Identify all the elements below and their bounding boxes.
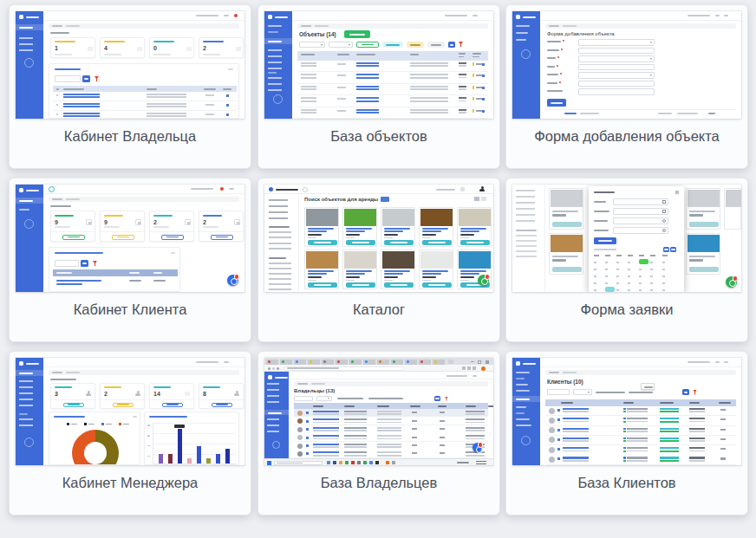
gallery-card-owner-dashboard[interactable]: 1 4 0 2: [9, 4, 251, 169]
tab-favicon: [310, 360, 312, 363]
col-bar: [223, 88, 231, 90]
avatar-icon: [549, 408, 555, 414]
menu-icon: [460, 187, 465, 191]
nav-bar: [516, 32, 528, 34]
listing-link-bar: [384, 273, 403, 275]
col-bar: [356, 54, 375, 55]
view-toggle-button: [434, 396, 440, 401]
col-bar: [56, 88, 59, 90]
photo-placeholder: [726, 190, 741, 207]
logo-icon: [267, 374, 287, 380]
extension-icon: [462, 366, 466, 370]
filter-text-bar: [629, 392, 653, 393]
dimmed-listing-card: [686, 188, 720, 230]
listing-card: [342, 250, 377, 289]
stat-action-button: [112, 235, 134, 240]
taskbar-app-icon: [357, 461, 361, 464]
stat-label-bar: [153, 41, 174, 42]
help-circle-icon: [521, 49, 531, 59]
col-bar: [459, 56, 464, 58]
mini-topbar: [540, 358, 741, 367]
stat-sub-bar: [153, 226, 169, 228]
checkbox-list-bars: [269, 263, 291, 290]
gallery-card-objects[interactable]: Объекты (14): [257, 4, 500, 169]
listing-link-bar: [384, 230, 403, 232]
listing-card: [304, 207, 339, 247]
filter-text-bar: [368, 398, 403, 399]
gallery-card-clients[interactable]: Клиенты (10): [505, 351, 748, 515]
reload-icon: [277, 367, 279, 370]
help-circle-icon: [272, 441, 280, 449]
name-input: [578, 48, 655, 55]
listing-price-bar: [308, 276, 322, 279]
name-link-column-bars: [313, 411, 339, 458]
stat-value: 9: [55, 219, 58, 226]
col-bar: [344, 405, 355, 407]
stat-label-bar: [55, 386, 72, 388]
divider: [51, 231, 96, 232]
thumbnail-owners: Владельцы (13): [264, 358, 493, 465]
catalog-topbar: [264, 185, 493, 194]
start-button-icon: [267, 461, 271, 465]
gallery-card-client-dashboard[interactable]: 9 9 2 2: [9, 178, 251, 342]
nav-bar: [516, 384, 528, 386]
listing-card: [419, 207, 453, 247]
filter-select: [573, 389, 592, 395]
filter-select: [316, 396, 332, 401]
chart-title-bar: [54, 416, 85, 418]
flag-dot-column: [306, 412, 309, 458]
donut-chart-card: [49, 412, 140, 465]
listing-photo: [420, 251, 453, 269]
stat-sub-bar: [153, 54, 171, 55]
col-bar: [459, 53, 466, 55]
stat-value: 2: [203, 219, 206, 226]
listing-sub-bar: [308, 237, 316, 239]
listing-sub-bar: [308, 280, 316, 282]
gallery-card-owners[interactable]: Владельцы (13): [257, 351, 500, 515]
book-button: [384, 282, 414, 288]
listing-link-bar: [308, 273, 327, 275]
legend-label-bar: [71, 424, 77, 425]
filter-text-bar: [596, 392, 625, 393]
bar-chart-card: [144, 412, 239, 465]
add-object-button: [344, 30, 370, 38]
chart-bar: [187, 458, 192, 463]
gallery-card-request-form[interactable]: Форма заявки: [505, 178, 748, 342]
logo-icon: [18, 360, 42, 366]
view-toggle-button: [682, 389, 689, 395]
footer-text-bar: [658, 113, 672, 114]
stat-value: 14: [153, 391, 160, 398]
status-column-bars: [660, 408, 679, 464]
clock-icon: [662, 229, 666, 232]
gallery-page: 1 4 0 2: [0, 0, 756, 538]
chart-bar: [206, 458, 211, 463]
listing-price-bar: [346, 234, 360, 237]
card-caption: База Клиентов: [506, 474, 747, 491]
stat-card: 14: [149, 383, 194, 409]
gallery-card-catalog[interactable]: Поиск объектов для аренды Каталог: [257, 178, 500, 342]
breadcrumb: [49, 197, 239, 202]
status-column-bars: [205, 94, 214, 119]
filter-reset-icon: [445, 397, 448, 401]
col-bar: [63, 88, 84, 90]
listing-link-bar: [422, 228, 448, 230]
chip-label-bar: [410, 44, 420, 46]
category-column-bars: [337, 63, 346, 119]
book-button: [346, 240, 375, 245]
divider: [150, 231, 195, 232]
taskbar-app-icon: [351, 461, 355, 464]
card-caption: База объектов: [258, 127, 499, 145]
book-button: [422, 240, 452, 245]
gallery-card-object-form[interactable]: Форма добавления объекта Форма добавлени…: [505, 4, 748, 169]
phone-icons-column: [623, 408, 626, 464]
tooltip-popup: [641, 383, 655, 390]
listing-price-bar: [384, 276, 398, 279]
menu-bar: [724, 361, 728, 363]
avatar-icon: [549, 427, 555, 433]
col-bar: [129, 272, 140, 274]
menu-bar: [472, 375, 477, 377]
listing-sub-bar: [422, 280, 431, 282]
gallery-card-manager-dashboard[interactable]: 3 2 14 8: [9, 351, 251, 515]
stat-card: 2: [199, 37, 244, 58]
logo-icon: [18, 14, 42, 20]
